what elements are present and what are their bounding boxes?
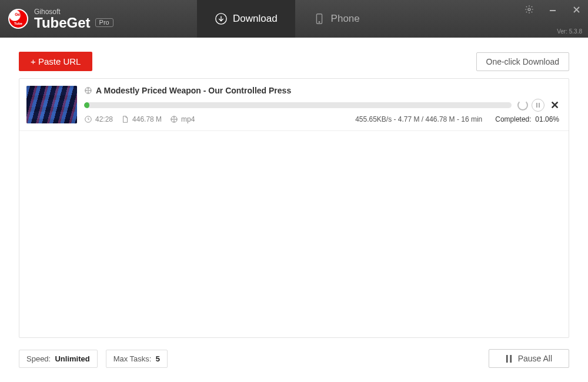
pause-all-label: Pause All (518, 354, 552, 363)
svg-point-2 (319, 22, 319, 22)
video-size: 446.78 M (132, 115, 162, 123)
tab-download-label: Download (233, 13, 278, 25)
video-title: A Modestly Priced Weapon - Our Controlle… (96, 86, 291, 95)
speed-setting[interactable]: Speed: Unlimited (19, 350, 98, 368)
video-duration: 42:28 (95, 115, 113, 123)
max-tasks-setting[interactable]: Max Tasks: 5 (106, 350, 168, 368)
gear-icon (524, 5, 534, 14)
loading-spinner-icon (517, 100, 528, 110)
speed-eta: 455.65KB/s - 4.77 M / 446.78 M - 16 min (355, 115, 482, 123)
speed-label: Speed: (26, 354, 51, 363)
max-tasks-value: 5 (156, 354, 160, 363)
product-name-text: TubeGet (34, 16, 91, 30)
pause-item-button[interactable] (532, 99, 544, 112)
pause-all-button[interactable]: Pause All (489, 349, 569, 368)
svg-point-19 (176, 119, 177, 120)
download-item: A Modestly Priced Weapon - Our Controlle… (19, 79, 569, 131)
tab-download[interactable]: Download (197, 0, 295, 38)
svg-point-20 (173, 121, 175, 122)
film-icon (84, 86, 92, 95)
svg-point-3 (528, 8, 530, 11)
download-list: A Modestly Priced Weapon - Our Controlle… (19, 78, 569, 338)
tab-phone-label: Phone (331, 13, 360, 25)
product-name: TubeGet Pro (34, 16, 113, 30)
version-label: Ver: 5.3.8 (557, 28, 582, 35)
paste-url-button[interactable]: + Paste URL (19, 52, 92, 71)
tab-phone[interactable]: Phone (295, 0, 377, 38)
pause-icon (506, 355, 512, 363)
svg-point-7 (85, 88, 92, 94)
app-logo: Get (8, 9, 28, 29)
svg-point-9 (88, 88, 89, 89)
pause-icon (536, 103, 540, 108)
download-icon (215, 12, 228, 25)
company-name: Gihosoft (34, 8, 113, 15)
settings-button[interactable] (517, 0, 541, 19)
minimize-button[interactable] (541, 0, 564, 19)
max-tasks-label: Max Tasks: (113, 354, 152, 363)
close-icon (573, 6, 580, 14)
svg-point-8 (88, 90, 89, 91)
svg-point-10 (90, 90, 91, 91)
svg-point-12 (86, 90, 87, 91)
progress-fill (84, 102, 89, 108)
clock-icon (84, 115, 92, 123)
svg-point-21 (172, 119, 173, 120)
format-icon (170, 115, 178, 123)
svg-point-16 (171, 116, 178, 123)
svg-point-11 (88, 92, 89, 93)
minimize-icon (549, 5, 557, 14)
cancel-item-button[interactable]: ✕ (550, 99, 559, 112)
svg-point-18 (173, 117, 175, 118)
pro-badge: Pro (95, 18, 113, 27)
close-window-button[interactable] (564, 0, 588, 19)
one-click-download-button[interactable]: One-click Download (476, 52, 570, 71)
progress-bar (84, 102, 512, 108)
svg-point-17 (173, 119, 175, 120)
phone-icon (313, 12, 326, 25)
speed-value: Unlimited (55, 354, 89, 363)
completed-value: 01.06% (535, 115, 559, 123)
video-format: mp4 (181, 115, 195, 123)
completed-label: Completed: (495, 115, 531, 123)
video-thumbnail (26, 86, 77, 123)
file-icon (121, 115, 129, 123)
brand-area: Get Gihosoft TubeGet Pro (0, 0, 197, 38)
